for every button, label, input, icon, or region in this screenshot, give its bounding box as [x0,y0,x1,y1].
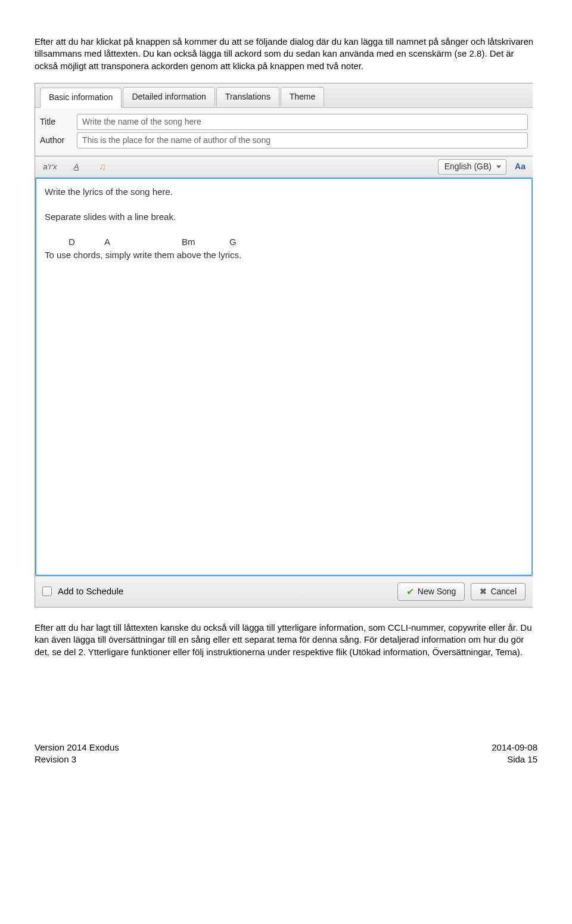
language-dropdown[interactable]: English (GB) [438,159,506,175]
song-header-panel: Title Write the name of the song here Au… [35,108,533,156]
lyrics-line: Separate slides with a line break. [45,211,523,223]
footer-date: 2014-09-08 [492,742,537,754]
add-to-schedule-checkbox[interactable] [42,587,52,596]
new-song-button-label: New Song [418,586,456,597]
footer-version: Version 2014 Exodus [35,742,119,754]
body-paragraph-1: Efter att du har klickat på knappen så k… [35,36,537,72]
music-notes-icon [99,160,106,173]
underline-a-button[interactable]: A [66,160,86,174]
lyrics-textarea[interactable]: Write the lyrics of the song here. Separ… [35,178,533,576]
author-input[interactable]: This is the place for the name of author… [77,132,528,148]
font-aa-button[interactable]: Aa [512,160,528,174]
title-input[interactable]: Write the name of the song here [77,114,528,130]
add-to-schedule-label: Add to Schedule [58,585,123,597]
lyrics-toolbar: a'r'x A English (GB) Aa [35,156,533,178]
transpose-notes-button[interactable] [92,160,113,174]
new-song-button[interactable]: ✔ New Song [397,582,465,601]
close-icon: ✖ [480,586,487,597]
checkmark-icon: ✔ [406,585,414,599]
tab-detailed-information[interactable]: Detailed information [123,87,215,107]
tab-theme[interactable]: Theme [281,87,325,107]
lyrics-line: To use chords, simply write them above t… [45,249,523,261]
dialog-bottom-bar: Add to Schedule ✔ New Song ✖ Cancel [35,576,533,607]
footer-revision: Revision 3 [35,754,119,765]
page-footer: Version 2014 Exodus Revision 3 2014-09-0… [35,742,537,766]
cancel-button[interactable]: ✖ Cancel [471,583,526,600]
language-dropdown-value: English (GB) [444,161,492,172]
apostrophe-tool-button[interactable]: a'r'x [40,160,60,174]
body-paragraph-2: Efter att du har lagt till låttexten kan… [35,622,537,658]
lyrics-line: Write the lyrics of the song here. [45,186,523,198]
tab-basic-information[interactable]: Basic information [40,88,122,108]
tab-translations[interactable]: Translations [216,87,279,107]
dialog-tabs: Basic information Detailed information T… [35,83,533,108]
chord-line: DABmG [45,236,523,248]
author-label: Author [40,135,72,146]
song-dialog-screenshot: Basic information Detailed information T… [35,83,533,607]
cancel-button-label: Cancel [490,586,517,597]
title-label: Title [40,116,72,128]
footer-page: Sida 15 [492,754,537,765]
